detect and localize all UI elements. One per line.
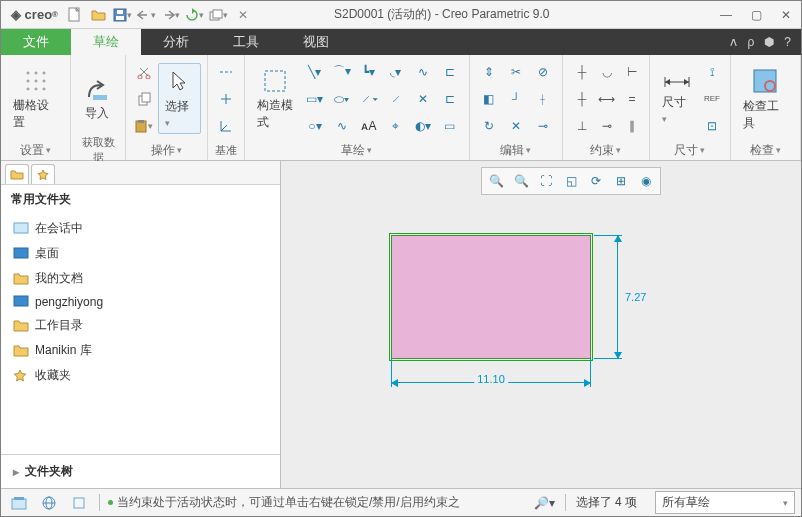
chevron-down-icon[interactable]: ▾ — [46, 145, 51, 155]
folder-tree-header[interactable]: ▸ 文件夹树 — [1, 454, 280, 488]
csys-icon[interactable]: ⌖ — [383, 113, 409, 139]
centerline-icon[interactable] — [214, 60, 238, 84]
minimize-icon[interactable]: — — [715, 6, 737, 24]
coincident-icon[interactable]: ⊸ — [594, 113, 620, 139]
save-icon[interactable]: ▾ — [112, 4, 134, 26]
construction-mode-button[interactable]: 构造模式 — [251, 63, 300, 135]
folder-workdir[interactable]: 工作目录 — [1, 313, 280, 338]
status-msg-icon[interactable] — [7, 491, 31, 515]
parallel-icon[interactable]: ∥ — [619, 113, 645, 139]
chevron-down-icon[interactable]: ▾ — [526, 145, 531, 155]
arc-icon[interactable]: ⌒▾ — [329, 59, 355, 85]
ellipse-icon[interactable]: ⬭▾ — [329, 86, 355, 112]
folder-manikin[interactable]: Manikin 库 — [1, 338, 280, 363]
palette-icon[interactable]: ◐▾ — [410, 113, 436, 139]
windows-icon[interactable]: ▾ — [208, 4, 230, 26]
selection-filter-combo[interactable]: 所有草绘 ▾ — [655, 491, 795, 514]
zoom-in-icon[interactable]: 🔍 — [484, 170, 508, 192]
line-icon[interactable]: ╲▾ — [302, 59, 328, 85]
folder-desktop[interactable]: 桌面 — [1, 241, 280, 266]
paste-icon[interactable]: ▾ — [132, 114, 156, 138]
regenerate-icon[interactable]: ▾ — [184, 4, 206, 26]
copy-icon[interactable] — [132, 87, 156, 111]
tab-sketch[interactable]: 草绘 — [71, 29, 141, 55]
folder-user[interactable]: pengzhiyong — [1, 291, 280, 313]
tangent-icon[interactable]: ◡ — [594, 59, 620, 85]
learning-icon[interactable]: ⬢ — [764, 35, 774, 49]
zoom-fit-icon[interactable]: ⛶ — [534, 170, 558, 192]
offset-icon[interactable]: ⊏ — [437, 59, 463, 85]
tab-file[interactable]: 文件 — [1, 29, 71, 55]
folder-favorites[interactable]: 收藏夹 — [1, 363, 280, 388]
ref-icon[interactable]: ⟋ — [383, 86, 409, 112]
fillet-icon[interactable]: ┗▾ — [356, 59, 382, 85]
rectangle-icon[interactable]: ▭▾ — [302, 86, 328, 112]
sketch-rectangle[interactable] — [391, 235, 591, 359]
dimension-width[interactable]: 11.10 — [391, 376, 591, 396]
chevron-down-icon[interactable]: ▾ — [700, 145, 705, 155]
horizontal-icon[interactable]: ┼ — [569, 86, 595, 112]
help-icon[interactable]: ? — [784, 35, 791, 49]
thicken-icon[interactable]: ⊏ — [437, 86, 463, 112]
folder-tab[interactable] — [5, 164, 29, 184]
symmetric-icon[interactable]: ⟷ — [594, 86, 620, 112]
repaint-icon[interactable]: ⟳ — [584, 170, 608, 192]
modify-icon[interactable]: ⇕ — [476, 59, 502, 85]
delete-seg-icon[interactable]: ⊘ — [530, 59, 556, 85]
tab-analysis[interactable]: 分析 — [141, 29, 211, 55]
circle-icon[interactable]: ○▾ — [302, 113, 328, 139]
canvas[interactable]: 🔍 🔍 ⛶ ◱ ⟳ ⊞ ◉ 11.10 7.27 — [281, 161, 801, 488]
scale-icon[interactable]: ✕ — [503, 113, 529, 139]
chevron-down-icon[interactable]: ▾ — [776, 145, 781, 155]
project-icon[interactable]: ▭ — [437, 113, 463, 139]
sketch-view-icon[interactable]: ◉ — [634, 170, 658, 192]
open-file-icon[interactable] — [88, 4, 110, 26]
refit-icon[interactable]: ◱ — [559, 170, 583, 192]
search-help-icon[interactable]: ρ — [747, 35, 754, 49]
favorites-tab[interactable] — [31, 164, 55, 184]
redo-icon[interactable]: ▾ — [160, 4, 182, 26]
midpoint-icon[interactable]: ⊢ — [619, 59, 645, 85]
close-icon[interactable]: ✕ — [775, 6, 797, 24]
folder-in-session[interactable]: 在会话中 — [1, 216, 280, 241]
grid-settings-button[interactable]: 栅格设置 — [7, 63, 64, 135]
spline-icon[interactable]: ∿ — [410, 59, 436, 85]
select-button[interactable]: 选择 ▾ — [158, 63, 201, 134]
curve-icon[interactable]: ∿ — [329, 113, 355, 139]
point-icon[interactable] — [214, 87, 238, 111]
point2-icon[interactable]: ✕ — [410, 86, 436, 112]
perim-dim-icon[interactable]: ⊡ — [700, 114, 724, 138]
conic-icon[interactable]: ⟋▾ — [356, 86, 382, 112]
close-window-icon[interactable]: ✕ — [232, 4, 254, 26]
perpendicular-icon[interactable]: ⊥ — [569, 113, 595, 139]
import-button[interactable]: 导入 — [77, 71, 117, 126]
inspect-button[interactable]: 检查工具 — [737, 62, 794, 136]
new-file-icon[interactable] — [64, 4, 86, 26]
extend-icon[interactable]: ⊸ — [530, 113, 556, 139]
vertical-icon[interactable]: ┼ — [569, 59, 595, 85]
undo-icon[interactable]: ▾ — [136, 4, 158, 26]
chamfer-icon[interactable]: ◟▾ — [383, 59, 409, 85]
baseline-dim-icon[interactable]: ⟟ — [700, 60, 724, 84]
maximize-icon[interactable]: ▢ — [745, 6, 767, 24]
folder-documents[interactable]: 我的文档 — [1, 266, 280, 291]
chevron-down-icon[interactable]: ▾ — [367, 145, 372, 155]
trim-icon[interactable]: ✂ — [503, 59, 529, 85]
dimension-height[interactable]: 7.27 — [611, 235, 631, 359]
coord-icon[interactable] — [214, 114, 238, 138]
dimension-button[interactable]: 尺寸 ▾ — [656, 68, 698, 129]
display-style-icon[interactable]: ⊞ — [609, 170, 633, 192]
divide-icon[interactable]: ⟊ — [530, 86, 556, 112]
mirror-icon[interactable]: ◧ — [476, 86, 502, 112]
find-icon[interactable]: 🔎▾ — [533, 491, 557, 515]
equal-icon[interactable]: = — [619, 86, 645, 112]
chevron-down-icon[interactable]: ▾ — [177, 145, 182, 155]
zoom-out-icon[interactable]: 🔍 — [509, 170, 533, 192]
cut-icon[interactable] — [132, 60, 156, 84]
tab-tools[interactable]: 工具 — [211, 29, 281, 55]
rotate-icon[interactable]: ↻ — [476, 113, 502, 139]
ref-dim-icon[interactable]: REF — [700, 87, 724, 111]
status-web-icon[interactable] — [37, 491, 61, 515]
collapse-ribbon-icon[interactable]: ʌ — [730, 35, 737, 49]
chevron-down-icon[interactable]: ▾ — [616, 145, 621, 155]
